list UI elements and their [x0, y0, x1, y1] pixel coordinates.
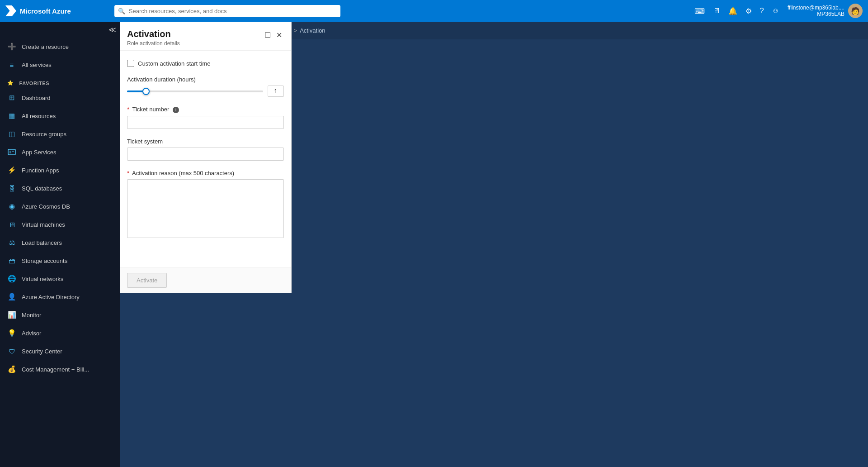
cosmos-icon: ◉: [7, 202, 16, 211]
aad-icon: 👤: [7, 292, 16, 301]
sidebar-item-function-apps[interactable]: ⚡ Function Apps: [0, 161, 120, 179]
topbar-icons: ⌨ 🖥 🔔 ⚙ ? ☺ fflinstone@mp365lab.... MP36…: [694, 4, 863, 18]
function-apps-icon: ⚡: [7, 166, 16, 175]
svg-rect-2: [12, 151, 14, 152]
sidebar-favorites-label: ⭐ FAVORITES: [0, 74, 120, 89]
sidebar-item-monitor[interactable]: 📊 Monitor: [0, 306, 120, 324]
activation-panel: Activation Role activation details ☐ ✕ C…: [120, 22, 292, 293]
username: fflinstone@mp365lab....: [788, 5, 844, 11]
duration-value-input[interactable]: [268, 86, 284, 97]
sidebar-item-security-center[interactable]: 🛡 Security Center: [0, 342, 120, 360]
sidebar-item-dashboard[interactable]: ⊞ Dashboard: [0, 89, 120, 107]
ticket-number-required-star: *: [127, 106, 129, 113]
feedback-icon[interactable]: ☺: [772, 7, 779, 15]
activate-button[interactable]: Activate: [127, 273, 167, 288]
panel-title-block: Activation Role activation details: [127, 29, 180, 47]
duration-group: Activation duration (hours): [127, 76, 284, 97]
sidebar-item-label: Dashboard: [22, 95, 51, 101]
panel-footer: Activate: [120, 267, 291, 293]
custom-start-time-checkbox[interactable]: [127, 60, 134, 67]
sidebar-item-label: Security Center: [22, 348, 62, 355]
panel-header-buttons: ☐ ✕: [263, 29, 284, 41]
sidebar-item-label: Resource groups: [22, 131, 66, 138]
content-area: Home > Azure AD roles - My roles > Excha…: [120, 22, 868, 467]
favorites-star-icon: ⭐: [7, 80, 14, 86]
sidebar-item-label: All resources: [22, 113, 56, 119]
avatar[interactable]: 🧑: [848, 4, 863, 18]
topbar: Microsoft Azure 🔍 ⌨ 🖥 🔔 ⚙ ? ☺ fflinstone…: [0, 0, 868, 22]
sidebar-collapse-button[interactable]: ≪: [108, 25, 116, 34]
resource-groups-icon: ◫: [7, 129, 16, 138]
ticket-system-label: Ticket system: [127, 138, 284, 145]
bell-icon[interactable]: 🔔: [728, 7, 737, 15]
dashboard-icon: ⊞: [7, 93, 16, 102]
sidebar-item-virtual-networks[interactable]: 🌐 Virtual networks: [0, 270, 120, 288]
monitor-icon: 📊: [7, 310, 16, 319]
sidebar-item-label: Cost Management + Bill...: [22, 366, 89, 373]
sidebar-item-label: SQL databases: [22, 185, 62, 192]
sidebar-item-label: Azure Active Directory: [22, 294, 80, 300]
sidebar-item-virtual-machines[interactable]: 🖥 Virtual machines: [0, 215, 120, 234]
svg-rect-0: [8, 149, 15, 155]
reason-required-star: *: [127, 170, 129, 176]
sidebar: ≪ ➕ Create a resource ≡ All services ⭐ F…: [0, 22, 120, 467]
advisor-icon: 💡: [7, 329, 16, 338]
security-icon: 🛡: [7, 347, 16, 356]
activation-reason-group: * Activation reason (max 500 characters): [127, 170, 284, 239]
sidebar-item-label: Monitor: [22, 312, 41, 319]
grid-icon: ≡: [7, 60, 16, 69]
sidebar-item-sql-databases[interactable]: 🗄 SQL databases: [0, 179, 120, 197]
sidebar-item-cost-management[interactable]: 💰 Cost Management + Bill...: [0, 360, 120, 378]
duration-slider-thumb[interactable]: [142, 88, 150, 95]
activation-reason-textarea[interactable]: [127, 179, 284, 238]
app-services-icon: [7, 148, 16, 157]
sidebar-item-all-services[interactable]: ≡ All services: [0, 56, 120, 74]
plus-icon: ➕: [7, 42, 16, 51]
svg-rect-1: [9, 151, 11, 153]
settings-icon[interactable]: ⚙: [745, 7, 752, 15]
panel-subtitle: Role activation details: [127, 40, 180, 47]
brand-name: Microsoft Azure: [20, 7, 71, 15]
vnet-icon: 🌐: [7, 274, 16, 283]
help-icon[interactable]: ?: [760, 7, 764, 15]
resources-icon: ▦: [7, 111, 16, 120]
panel-close-button[interactable]: ✕: [274, 29, 284, 41]
sidebar-item-storage-accounts[interactable]: 🗃 Storage accounts: [0, 252, 120, 270]
sidebar-item-azure-active-directory[interactable]: 👤 Azure Active Directory: [0, 288, 120, 306]
lb-icon: ⚖: [7, 238, 16, 247]
storage-icon: 🗃: [7, 256, 16, 265]
sidebar-item-label: Virtual networks: [22, 276, 63, 282]
ticket-number-input[interactable]: [127, 116, 284, 129]
sidebar-item-resource-groups[interactable]: ◫ Resource groups: [0, 125, 120, 143]
brand: Microsoft Azure: [5, 5, 71, 16]
sidebar-item-label: Create a resource: [22, 43, 69, 50]
brand-logo: [5, 5, 16, 16]
sidebar-item-app-services[interactable]: App Services: [0, 143, 120, 161]
ticket-system-input[interactable]: [127, 148, 284, 161]
cost-icon: 💰: [7, 365, 16, 374]
search-input[interactable]: [114, 5, 340, 17]
sidebar-item-advisor[interactable]: 💡 Advisor: [0, 324, 120, 342]
search-bar: 🔍: [114, 5, 340, 17]
sidebar-item-label: App Services: [22, 149, 57, 156]
sidebar-item-label: Storage accounts: [22, 257, 67, 264]
custom-start-time-check: Custom activation start time: [127, 60, 284, 67]
sidebar-item-label: Function Apps: [22, 167, 59, 174]
panel-maximize-button[interactable]: ☐: [263, 29, 273, 41]
panel-title: Activation: [127, 29, 180, 39]
activation-reason-label: * Activation reason (max 500 characters): [127, 170, 284, 176]
sidebar-item-create-resource[interactable]: ➕ Create a resource: [0, 38, 120, 56]
org-name: MP365LAB: [788, 11, 844, 17]
ticket-number-group: * Ticket number i: [127, 106, 284, 129]
shell-icon[interactable]: ⌨: [694, 7, 705, 15]
sidebar-item-all-resources[interactable]: ▦ All resources: [0, 107, 120, 125]
ticket-system-group: Ticket system: [127, 138, 284, 161]
vm-icon: 🖥: [7, 220, 16, 229]
custom-start-time-label[interactable]: Custom activation start time: [138, 60, 210, 67]
sql-icon: 🗄: [7, 184, 16, 193]
user-profile[interactable]: fflinstone@mp365lab.... MP365LAB 🧑: [788, 4, 863, 18]
ticket-number-info-icon[interactable]: i: [173, 107, 179, 113]
sidebar-item-cosmos-db[interactable]: ◉ Azure Cosmos DB: [0, 197, 120, 215]
portal-icon[interactable]: 🖥: [713, 7, 720, 15]
sidebar-item-load-balancers[interactable]: ⚖ Load balancers: [0, 234, 120, 252]
